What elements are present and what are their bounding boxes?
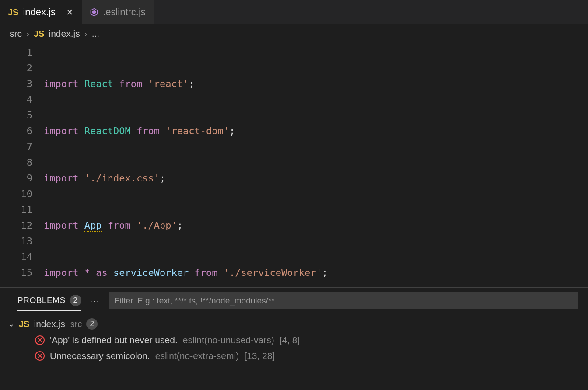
problem-message: 'App' is defined but never used. [50,335,178,345]
problem-location: [4, 8] [280,335,300,345]
problem-rule: eslint(no-unused-vars) [183,335,274,345]
problem-row[interactable]: ✕ 'App' is defined but never used. eslin… [4,332,584,348]
breadcrumb-folder[interactable]: src [10,28,22,39]
tab-index-js[interactable]: JS index.js ✕ [0,0,82,24]
code-editor[interactable]: 1 2 3 4 5 6 7 8 9 10 11 12 13 14 15 impo… [0,43,588,287]
chevron-down-icon[interactable]: ⌄ [8,319,14,329]
panel-tab-label: PROBLEMS [18,296,66,305]
chevron-right-icon: › [26,28,29,39]
problems-count-badge: 2 [70,295,81,306]
tab-label: index.js [23,7,56,18]
error-icon: ✕ [35,335,45,345]
problems-panel: PROBLEMS 2 ··· ⌄ JS index.js src 2 ✕ 'Ap… [0,287,588,390]
problem-message: Unnecessary semicolon. [50,351,150,361]
problem-row[interactable]: ✕ Unnecessary semicolon. eslint(no-extra… [4,348,584,364]
filter-input[interactable] [108,292,578,309]
problem-location: [13, 28] [244,351,275,361]
warning-token-app[interactable]: App [84,220,102,232]
panel-body: ⌄ JS index.js src 2 ✕ 'App' is defined b… [0,312,588,390]
problem-rule: eslint(no-extra-semi) [155,351,239,361]
line-gutter: 1 2 3 4 5 6 7 8 9 10 11 12 13 14 15 [0,45,44,287]
breadcrumb-file[interactable]: index.js [49,28,80,39]
tab-eslintrc-js[interactable]: .eslintrc.js [82,0,154,24]
js-icon: JS [19,319,29,329]
js-icon: JS [34,29,44,39]
problem-file-name: index.js [34,319,65,329]
error-icon: ✕ [35,351,45,361]
tab-label: .eslintrc.js [103,7,146,18]
panel-filter [108,292,578,313]
file-problem-count-badge: 2 [86,318,98,330]
js-icon: JS [8,7,18,17]
tab-bar: JS index.js ✕ .eslintrc.js [0,0,588,24]
panel-header: PROBLEMS 2 ··· [0,288,588,312]
code-content[interactable]: import React from 'react'; import ReactD… [44,45,588,287]
svg-marker-1 [92,10,96,14]
eslint-icon [90,8,98,17]
breadcrumb[interactable]: src › JS index.js › ... [0,24,588,43]
problem-file-row[interactable]: ⌄ JS index.js src 2 [4,316,584,332]
problem-file-dir: src [70,319,82,329]
problems-tab[interactable]: PROBLEMS 2 [18,295,81,311]
panel-more-icon[interactable]: ··· [90,296,100,310]
close-icon[interactable]: ✕ [66,7,74,17]
chevron-right-icon: › [84,28,88,39]
breadcrumb-more[interactable]: ... [92,28,100,39]
